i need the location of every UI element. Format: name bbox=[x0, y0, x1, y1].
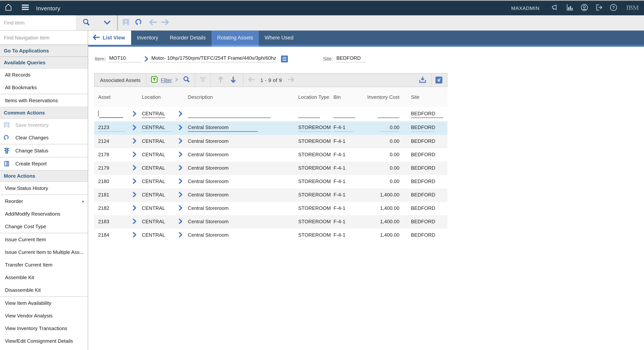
tab-where-used[interactable]: Where Used bbox=[259, 31, 299, 45]
sidebar-item-all-records[interactable]: All Records bbox=[0, 68, 88, 81]
previous-row-icon bbox=[218, 76, 224, 84]
site-field[interactable]: BEDFORD bbox=[336, 55, 366, 62]
table-row-asset-2183[interactable]: 2183CENTRALCentral StoreroomSTOREROOMF-4… bbox=[94, 215, 447, 229]
sidebar-item-issue-current-item[interactable]: Issue Current Item bbox=[0, 233, 88, 246]
sidebar-section-more-actions[interactable]: More Actions bbox=[0, 170, 88, 182]
help-button[interactable]: ? bbox=[606, 1, 621, 15]
tab-reorder-details[interactable]: Reorder Details bbox=[164, 31, 212, 45]
cell-inventory-cost: 0.00 bbox=[361, 124, 401, 132]
sidebar-item-view-inventory-transactions[interactable]: View Inventory Transactions bbox=[0, 322, 88, 335]
sidebar-item-add-modify-reservations[interactable]: Add/Modify Reservations bbox=[0, 208, 88, 220]
filter-asset-input[interactable] bbox=[98, 110, 133, 118]
sidebar-item-transfer-current-item[interactable]: Transfer Current Item bbox=[0, 259, 88, 271]
asset-detail-menu-icon[interactable] bbox=[133, 152, 142, 158]
filter-location-input[interactable]: CENTRAL bbox=[142, 110, 179, 118]
filter-inventory-cost-input[interactable] bbox=[361, 110, 401, 118]
cell-asset-value: 2183 bbox=[98, 218, 109, 225]
tab-inventory[interactable]: Inventory bbox=[131, 31, 164, 45]
asset-detail-menu-icon[interactable] bbox=[133, 138, 142, 145]
cell-location-type-value: STOREROOM bbox=[298, 218, 331, 225]
sidebar-item-view-edit-consignment-details[interactable]: View/Edit Consignment Details bbox=[0, 335, 88, 347]
reports-button[interactable] bbox=[562, 1, 577, 15]
location-detail-menu-icon[interactable] bbox=[179, 192, 188, 198]
filter-bin-input[interactable] bbox=[334, 110, 361, 118]
table-row-asset-2178[interactable]: 2178CENTRALCentral StoreroomSTOREROOMF-4… bbox=[94, 148, 447, 162]
sidebar-section-go-to-applications[interactable]: Go To Applications bbox=[0, 45, 88, 57]
filter-link[interactable]: Filter bbox=[161, 77, 172, 83]
filter-location-type-input[interactable] bbox=[298, 110, 334, 118]
location-detail-menu-icon[interactable] bbox=[179, 138, 188, 145]
asset-detail-menu-icon[interactable] bbox=[133, 219, 142, 225]
cell-description-value: Central Storeroom bbox=[188, 165, 228, 172]
find-item-input[interactable] bbox=[0, 15, 76, 30]
next-row-icon[interactable] bbox=[230, 76, 236, 84]
asset-detail-menu-icon[interactable] bbox=[133, 192, 142, 198]
sidebar-item-create-report[interactable]: Create Report bbox=[0, 157, 88, 170]
sidebar-item-issue-current-item-to-multiple-ass[interactable]: Issue Current Item to Multiple Ass... bbox=[0, 246, 88, 259]
long-description-icon[interactable] bbox=[281, 55, 288, 62]
location-detail-menu-icon[interactable] bbox=[179, 125, 188, 131]
download-button[interactable] bbox=[414, 76, 431, 84]
cell-description: Central Storeroom bbox=[188, 232, 298, 239]
table-row-asset-2182[interactable]: 2182CENTRALCentral StoreroomSTOREROOMF-4… bbox=[94, 202, 447, 215]
table-row-asset-2179[interactable]: 2179CENTRALCentral StoreroomSTOREROOMF-4… bbox=[94, 162, 447, 175]
location-detail-menu-icon[interactable] bbox=[179, 205, 188, 212]
sidebar-section-available-queries[interactable]: Available Queries bbox=[0, 57, 88, 68]
sidebar-item-view-item-availability[interactable]: View Item Availability bbox=[0, 297, 88, 310]
table-search-icon[interactable] bbox=[183, 76, 190, 84]
sidebar-item-change-status[interactable]: Change Status bbox=[0, 144, 88, 157]
cell-location-value: CENTRAL bbox=[142, 165, 165, 172]
table-row-asset-2123[interactable]: 2123CENTRALCentral StoreroomSTOREROOMF-4… bbox=[94, 121, 447, 135]
asset-detail-menu-icon[interactable] bbox=[133, 125, 142, 131]
filter-expand-icon[interactable] bbox=[176, 78, 178, 82]
search-button[interactable] bbox=[76, 15, 96, 30]
sidebar-section-common-actions[interactable]: Common Actions bbox=[0, 107, 88, 119]
table-row-asset-2180[interactable]: 2180CENTRALCentral StoreroomSTOREROOMF-4… bbox=[94, 175, 447, 188]
cell-inventory-cost-value: 1,400.00 bbox=[380, 232, 400, 239]
clear-changes-icon[interactable] bbox=[135, 18, 143, 27]
table-row-asset-2181[interactable]: 2181CENTRALCentral StoreroomSTOREROOMF-4… bbox=[94, 188, 447, 202]
logout-button[interactable] bbox=[592, 1, 606, 15]
home-button[interactable] bbox=[0, 1, 17, 15]
sidebar-item-all-bookmarks[interactable]: All Bookmarks bbox=[0, 81, 88, 94]
menu-button[interactable] bbox=[17, 1, 34, 15]
item-description-field[interactable]: Motor- 10hp/1750rpm/TEFC/254T Frame/440v… bbox=[151, 55, 277, 62]
location-detail-menu-icon[interactable] bbox=[179, 232, 188, 239]
location-detail-menu-icon[interactable] bbox=[179, 178, 188, 185]
filter-icon[interactable] bbox=[151, 76, 157, 84]
cell-site: BEDFORD bbox=[411, 178, 444, 185]
asset-detail-menu-icon[interactable] bbox=[133, 165, 142, 172]
cell-location: CENTRAL bbox=[142, 232, 179, 239]
asset-detail-menu-icon[interactable] bbox=[133, 178, 142, 185]
query-dropdown-button[interactable] bbox=[96, 15, 117, 30]
tab-list-view[interactable]: List View bbox=[88, 31, 131, 45]
filter-asset-detail-icon[interactable] bbox=[133, 111, 142, 117]
filter-site-input[interactable]: BEDFORD bbox=[411, 110, 444, 118]
sidebar-item-assemble-kit[interactable]: Assemble Kit bbox=[0, 271, 88, 284]
sidebar-item-reorder[interactable]: Reorder▸ bbox=[0, 195, 88, 208]
table-row-asset-2124[interactable]: 2124CENTRALCentral StoreroomSTOREROOMF-4… bbox=[94, 135, 447, 148]
find-navigation-input[interactable] bbox=[0, 31, 88, 45]
announcements-button[interactable] bbox=[548, 1, 562, 15]
filter-description-input[interactable] bbox=[188, 110, 298, 118]
sidebar-item-items-with-reservations[interactable]: Items with Reservations bbox=[0, 94, 88, 107]
sidebar-item-disassemble-kit[interactable]: Disassemble Kit bbox=[0, 284, 88, 296]
location-detail-menu-icon[interactable] bbox=[179, 219, 188, 225]
location-detail-menu-icon[interactable] bbox=[179, 152, 188, 158]
asset-detail-menu-icon[interactable] bbox=[133, 232, 142, 239]
sidebar-item-view-vendor-analysis[interactable]: View Vendor Analysis bbox=[0, 310, 88, 322]
table-row-asset-2184[interactable]: 2184CENTRALCentral StoreroomSTOREROOMF-4… bbox=[94, 229, 447, 242]
filter-location-detail-icon[interactable] bbox=[179, 111, 188, 117]
asset-detail-menu-icon[interactable] bbox=[133, 205, 142, 212]
item-field[interactable]: MOT10 bbox=[108, 55, 142, 62]
cell-location-type: STOREROOM bbox=[298, 138, 334, 145]
sidebar-item-change-cost-type[interactable]: Change Cost Type bbox=[0, 220, 88, 233]
location-detail-menu-icon[interactable] bbox=[179, 165, 188, 172]
sidebar-item-view-status-history[interactable]: View Status History bbox=[0, 182, 88, 195]
profile-button[interactable] bbox=[577, 1, 592, 15]
collapse-table-button[interactable] bbox=[436, 77, 442, 83]
item-detail-menu-icon[interactable] bbox=[142, 56, 151, 61]
sidebar-item-clear-changes[interactable]: Clear Changes bbox=[0, 131, 88, 144]
sidebar-item-label: Save Inventory bbox=[15, 122, 48, 128]
tab-rotating-assets[interactable]: Rotating Assets bbox=[212, 31, 259, 45]
